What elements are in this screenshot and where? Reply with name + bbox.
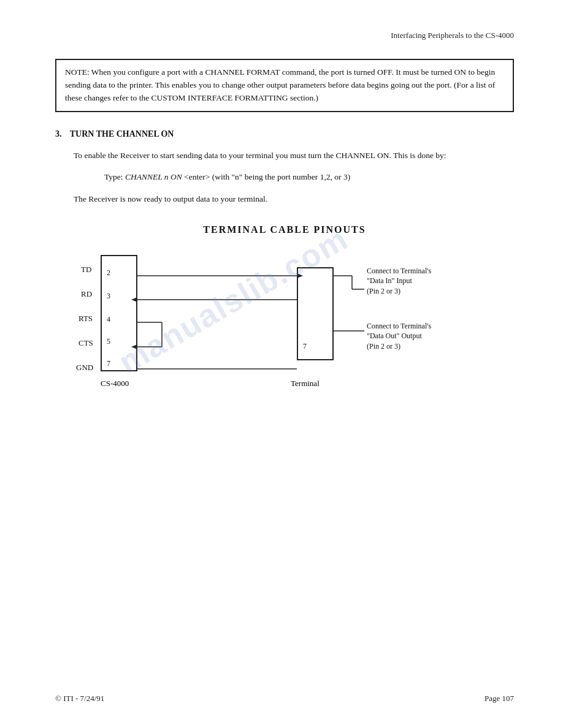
header-title: Interfacing Peripherals to the CS-4000 — [391, 31, 514, 40]
type-command: CHANNEL n ON — [125, 172, 182, 181]
page-header: Interfacing Peripherals to the CS-4000 — [55, 31, 514, 40]
annot2-line3: (Pin 2 or 3) — [367, 341, 431, 352]
pin-7-term: 7 — [303, 342, 307, 351]
copyright: © ITI - 7/24/91 — [55, 694, 104, 703]
type-rest: <enter> (with "n" being the port number … — [182, 172, 350, 181]
type-label: Type: — [104, 172, 125, 181]
sig-rts: RTS — [79, 314, 93, 324]
pin-7-cs: 7 — [107, 359, 110, 368]
section-body-1: To enable the Receiver to start sending … — [74, 149, 514, 162]
terminal-box: 7 — [297, 267, 334, 360]
pin-5: 5 — [107, 337, 110, 346]
annot1-line1: Connect to Terminal's — [367, 266, 431, 276]
pin-3: 3 — [107, 292, 110, 301]
page-number: Page 107 — [484, 694, 514, 703]
diagram-section: TERMINAL CABLE PINOUTS TD RD RTS CTS GND… — [55, 224, 514, 389]
note-text: NOTE: When you configure a port with a C… — [65, 67, 495, 102]
section-title-text: TURN THE CHANNEL ON — [70, 129, 174, 138]
page: Interfacing Peripherals to the CS-4000 N… — [0, 0, 563, 728]
note-box: NOTE: When you configure a port with a C… — [55, 59, 514, 112]
section-3-title: 3. TURN THE CHANNEL ON — [55, 129, 514, 139]
diagram-title: TERMINAL CABLE PINOUTS — [55, 224, 514, 235]
annot1-line2: "Data In" Input — [367, 276, 431, 286]
annot1-line3: (Pin 2 or 3) — [367, 286, 431, 297]
section-body-2: The Receiver is now ready to output data… — [74, 192, 514, 206]
annot-data-in: Connect to Terminal's "Data In" Input (P… — [367, 266, 431, 297]
annot2-line2: "Data Out" Output — [367, 331, 431, 341]
pin-2: 2 — [107, 268, 110, 278]
sig-rd: RD — [81, 289, 92, 299]
sig-td: TD — [81, 265, 91, 275]
sig-cts: CTS — [79, 338, 93, 348]
annot-data-out: Connect to Terminal's "Data Out" Output … — [367, 321, 431, 352]
term-label: Terminal — [291, 379, 320, 389]
annot2-line1: Connect to Terminal's — [367, 321, 431, 332]
pin-4: 4 — [107, 315, 110, 324]
section-number: 3. — [55, 129, 62, 139]
footer: © ITI - 7/24/91 Page 107 — [55, 694, 514, 703]
cs-label: CS-4000 — [101, 379, 129, 389]
sig-gnd: GND — [76, 363, 93, 373]
type-instruction: Type: CHANNEL n ON <enter> (with "n" bei… — [104, 170, 514, 184]
cs-box: 2 3 4 5 7 — [101, 255, 137, 371]
